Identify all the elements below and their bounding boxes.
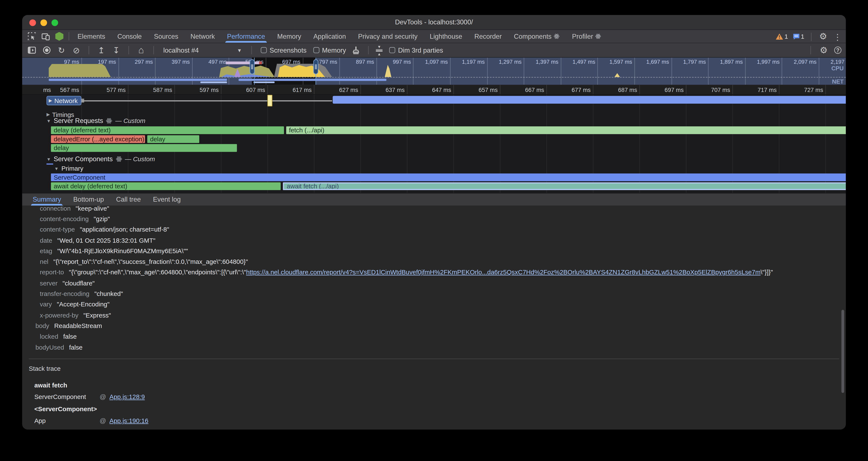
overview-time-label: 2,097 ms [782, 59, 816, 65]
screenshots-checkbox-group[interactable]: Screenshots [261, 46, 307, 54]
header-row-date: date"Wed, 01 Oct 2025 18:32:01 GMT" [29, 235, 846, 246]
cpu-activity-shape [615, 73, 620, 77]
timeline-event-bar[interactable]: delay [147, 135, 199, 143]
memory-checkbox-group[interactable]: Memory [313, 46, 346, 54]
net-activity-segment [49, 79, 227, 81]
record-button[interactable] [41, 45, 52, 55]
tab-bottom-up[interactable]: Bottom-up [67, 194, 110, 206]
extension-hexagon-icon[interactable] [54, 31, 64, 41]
dim-3rd-parties-checkbox-group[interactable]: Dim 3rd parties [389, 46, 443, 54]
network-request-line[interactable] [82, 100, 332, 101]
source-location-link[interactable]: App.js:190:16 [110, 417, 148, 424]
timeline-event-bar[interactable]: await delay (deferred text) [51, 182, 281, 190]
zoom-window-button[interactable] [52, 19, 58, 26]
screen: DevTools - localhost:3000/ ElementsConso… [0, 0, 868, 461]
issues-badge[interactable]: 1 [793, 33, 804, 40]
timeline-event-bar[interactable]: fetch (.../api) [286, 126, 846, 134]
server-requests-header[interactable]: ▼ Server Requests — Custom [46, 117, 146, 125]
ruler-time-label: 627 ms [319, 86, 358, 93]
tab-network[interactable]: Network [184, 30, 221, 43]
capture-settings-gear-icon[interactable]: ⚙ [819, 45, 829, 55]
dim-3rd-parties-checkbox[interactable] [389, 47, 395, 53]
performance-toolbar: ↻ ⊘ ↥ ↧ ⌂ localhost #4 ▼ Screenshots Mem… [22, 43, 846, 58]
cpu-activity-shape [385, 65, 391, 77]
primary-subtrack-header[interactable]: ▼ Primary [54, 165, 83, 172]
stack-trace-title: Stack trace [29, 365, 846, 372]
react-atom-icon [116, 156, 122, 162]
overview-time-label: 897 ms [340, 59, 374, 65]
network-track-label[interactable]: ▶ Network [46, 96, 82, 105]
timeline-overview[interactable]: 97 ms197 ms297 ms397 ms497 ms597 ms697 m… [22, 58, 846, 85]
tab-components[interactable]: Components [508, 30, 566, 43]
timings-track[interactable]: ▶Timings [22, 108, 846, 118]
tab-lighthouse[interactable]: Lighthouse [424, 30, 468, 43]
close-window-button[interactable] [29, 19, 36, 26]
tab-privacy-and-security[interactable]: Privacy and security [352, 30, 424, 43]
kebab-menu-icon[interactable]: ⋮ [833, 32, 843, 42]
selection-right-handle[interactable] [313, 59, 318, 74]
ruler-time-label: 727 ms [784, 86, 823, 93]
minimize-window-button[interactable] [40, 19, 47, 26]
toggle-sidebar-icon[interactable] [27, 45, 36, 55]
timeline-event-bar[interactable]: delay [51, 144, 237, 152]
memory-checkbox[interactable] [313, 47, 319, 53]
header-row-connection: connection"keep-alive" [29, 206, 846, 213]
timeline-event-bar[interactable]: ServerComponent [51, 173, 846, 181]
home-icon[interactable]: ⌂ [136, 45, 146, 55]
tab-summary[interactable]: Summary [27, 194, 67, 206]
reload-record-button[interactable]: ↻ [56, 45, 66, 55]
load-profile-icon[interactable]: ↥ [96, 45, 106, 55]
tab-console[interactable]: Console [111, 30, 148, 43]
selection-left-handle[interactable] [250, 59, 255, 74]
source-location-link[interactable]: App.js:128:9 [110, 394, 145, 400]
ruler-time-label: 647 ms [412, 86, 451, 93]
timeline-event-bar[interactable]: delayedError (...ayed exception) [51, 135, 145, 143]
overview-time-label: 497 ms [192, 59, 227, 65]
garbage-collect-brush-icon[interactable] [351, 45, 361, 55]
summary-pane[interactable]: connection"keep-alive"content-encoding"g… [22, 206, 846, 430]
network-track[interactable]: ▶ Network [22, 95, 846, 107]
clear-button[interactable]: ⊘ [71, 45, 82, 55]
scrollbar-thumb[interactable] [841, 310, 844, 393]
warnings-badge[interactable]: 1 [776, 33, 788, 40]
flame-chart[interactable]: ▶ Network ▶Timings ▼ Server Requests — C… [22, 95, 846, 193]
overview-time-label: 2,197 ms [819, 59, 846, 65]
history-dropdown[interactable]: localhost #4 ▼ [161, 46, 244, 54]
collapse-sanity-icon[interactable]: ▼▲ [376, 45, 382, 56]
server-components-header[interactable]: ▼ Server Components — Custom [46, 155, 155, 163]
tab-application[interactable]: Application [307, 30, 352, 43]
disclosure-triangle-icon: ▼ [46, 118, 51, 123]
help-icon[interactable]: ? [834, 47, 841, 54]
overview-time-label: 97 ms [45, 59, 79, 65]
details-tabbar: SummaryBottom-upCall treeEvent log [22, 193, 846, 206]
timeline-ruler[interactable]: ms567 ms577 ms587 ms597 ms607 ms617 ms62… [22, 85, 846, 95]
stack-frame: <ServerComponent> [29, 403, 846, 415]
tab-recorder[interactable]: Recorder [468, 30, 508, 43]
tab-profiler[interactable]: Profiler [566, 30, 608, 43]
report-to-url-link[interactable]: https://a.nel.cloudflare.com/report/v4?s… [246, 269, 761, 276]
save-profile-icon[interactable]: ↧ [111, 45, 121, 55]
inspect-element-icon[interactable] [27, 31, 36, 41]
network-request-bar-blue[interactable] [333, 96, 846, 104]
device-toolbar-icon[interactable] [40, 31, 51, 41]
divider [29, 358, 839, 359]
network-request-block-yellow[interactable] [268, 95, 272, 106]
tab-performance[interactable]: Performance [221, 30, 271, 43]
tab-memory[interactable]: Memory [271, 30, 307, 43]
timeline-event-bar[interactable]: delay (deferred text) [51, 126, 284, 134]
header-row-content-encoding: content-encoding"gzip" [29, 213, 846, 224]
ruler-time-label: 637 ms [366, 86, 405, 93]
tab-call-tree[interactable]: Call tree [110, 194, 147, 206]
timeline-event-bar[interactable]: await fetch (.../api) [283, 182, 846, 190]
net-lane-label: NET [832, 78, 843, 85]
settings-gear-icon[interactable]: ⚙ [818, 32, 828, 42]
tab-sources[interactable]: Sources [148, 30, 184, 43]
header-row-etag: etag"W/\"4b1-RjEJloX9kRinu6F0MAZMmy6E5iA… [29, 246, 846, 256]
tab-elements[interactable]: Elements [71, 30, 111, 43]
header-row-bodyUsed: bodyUsedfalse [29, 342, 846, 353]
tab-event-log[interactable]: Event log [147, 194, 187, 206]
ruler-time-label: 687 ms [598, 86, 637, 93]
stack-frame: ServerComponent@App.js:128:9 [29, 391, 846, 402]
stack-frame: App@App.js:190:16 [29, 415, 846, 426]
screenshots-checkbox[interactable] [261, 47, 267, 53]
